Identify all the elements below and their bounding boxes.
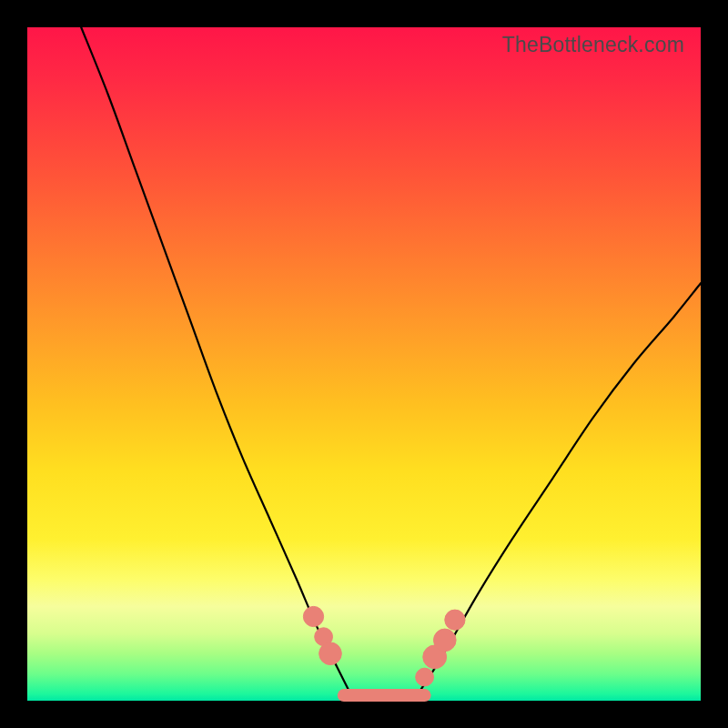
marker-group — [303, 606, 465, 686]
curve-left-branch — [81, 27, 350, 694]
chart-frame: TheBottleneck.com — [0, 0, 728, 728]
marker-dot — [303, 606, 323, 626]
marker-dot — [416, 668, 434, 686]
curve-right-branch — [418, 283, 701, 693]
marker-dot — [434, 629, 457, 652]
chart-svg — [27, 27, 701, 701]
marker-dot — [319, 642, 342, 665]
marker-dot — [445, 610, 465, 630]
plot-area: TheBottleneck.com — [27, 27, 701, 701]
